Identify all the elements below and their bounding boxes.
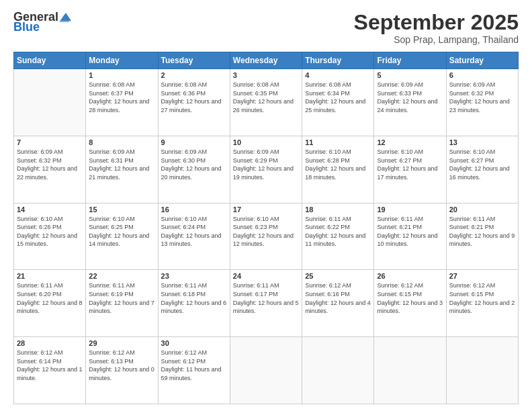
table-row: 23 Sunrise: 6:11 AM Sunset: 6:18 PM Dayl… <box>158 270 230 337</box>
table-row: 2 Sunrise: 6:08 AM Sunset: 6:36 PM Dayli… <box>158 69 230 136</box>
day-number: 8 <box>89 138 154 146</box>
day-info: Sunrise: 6:09 AM Sunset: 6:31 PM Dayligh… <box>89 148 154 181</box>
table-row: 20 Sunrise: 6:11 AM Sunset: 6:21 PM Dayl… <box>446 203 518 270</box>
table-row: 16 Sunrise: 6:10 AM Sunset: 6:24 PM Dayl… <box>158 203 230 270</box>
table-row: 12 Sunrise: 6:10 AM Sunset: 6:27 PM Dayl… <box>374 136 446 203</box>
day-number: 10 <box>233 138 299 146</box>
table-row: 15 Sunrise: 6:10 AM Sunset: 6:25 PM Dayl… <box>86 203 158 270</box>
day-info: Sunrise: 6:10 AM Sunset: 6:28 PM Dayligh… <box>305 148 371 181</box>
table-row: 5 Sunrise: 6:09 AM Sunset: 6:33 PM Dayli… <box>374 69 446 136</box>
month-title: September 2025 <box>354 11 519 34</box>
day-info: Sunrise: 6:12 AM Sunset: 6:15 PM Dayligh… <box>377 281 443 315</box>
logo-icon <box>59 11 71 22</box>
day-info: Sunrise: 6:12 AM Sunset: 6:16 PM Dayligh… <box>305 281 371 315</box>
day-number: 9 <box>161 138 227 146</box>
table-row: 24 Sunrise: 6:11 AM Sunset: 6:17 PM Dayl… <box>230 270 302 337</box>
day-number: 19 <box>377 205 443 214</box>
day-number: 25 <box>305 272 371 280</box>
table-row: 14 Sunrise: 6:10 AM Sunset: 6:26 PM Dayl… <box>14 203 86 270</box>
day-info: Sunrise: 6:08 AM Sunset: 6:34 PM Dayligh… <box>305 81 371 114</box>
day-info: Sunrise: 6:10 AM Sunset: 6:23 PM Dayligh… <box>233 215 299 248</box>
day-info: Sunrise: 6:09 AM Sunset: 6:32 PM Dayligh… <box>449 81 515 114</box>
day-number: 1 <box>89 71 154 79</box>
table-row <box>14 69 86 136</box>
header-tuesday: Tuesday <box>158 52 230 69</box>
logo-blue-text: Blue <box>13 20 40 34</box>
day-number: 16 <box>161 205 227 214</box>
day-number: 28 <box>17 339 83 347</box>
calendar: Sunday Monday Tuesday Wednesday Thursday… <box>13 52 519 404</box>
day-info: Sunrise: 6:12 AM Sunset: 6:15 PM Dayligh… <box>449 281 515 315</box>
day-info: Sunrise: 6:08 AM Sunset: 6:35 PM Dayligh… <box>233 81 299 114</box>
day-number: 24 <box>233 272 299 280</box>
day-number: 30 <box>161 339 227 347</box>
table-row: 8 Sunrise: 6:09 AM Sunset: 6:31 PM Dayli… <box>86 136 158 203</box>
day-info: Sunrise: 6:10 AM Sunset: 6:24 PM Dayligh… <box>161 215 227 248</box>
day-info: Sunrise: 6:08 AM Sunset: 6:36 PM Dayligh… <box>161 81 227 114</box>
day-number: 22 <box>89 272 154 280</box>
table-row: 22 Sunrise: 6:11 AM Sunset: 6:19 PM Dayl… <box>86 270 158 337</box>
table-row <box>302 337 374 404</box>
day-info: Sunrise: 6:09 AM Sunset: 6:32 PM Dayligh… <box>17 148 83 181</box>
day-number: 7 <box>17 138 83 146</box>
header-friday: Friday <box>374 52 446 69</box>
calendar-row-1: 1 Sunrise: 6:08 AM Sunset: 6:37 PM Dayli… <box>14 69 519 136</box>
table-row <box>230 337 302 404</box>
table-row: 25 Sunrise: 6:12 AM Sunset: 6:16 PM Dayl… <box>302 270 374 337</box>
day-number: 27 <box>449 272 515 280</box>
header-saturday: Saturday <box>446 52 518 69</box>
day-number: 21 <box>17 272 83 280</box>
header-monday: Monday <box>86 52 158 69</box>
table-row: 19 Sunrise: 6:11 AM Sunset: 6:21 PM Dayl… <box>374 203 446 270</box>
day-info: Sunrise: 6:08 AM Sunset: 6:37 PM Dayligh… <box>89 81 154 114</box>
table-row: 1 Sunrise: 6:08 AM Sunset: 6:37 PM Dayli… <box>86 69 158 136</box>
day-number: 26 <box>377 272 443 280</box>
day-number: 29 <box>89 339 154 347</box>
day-info: Sunrise: 6:12 AM Sunset: 6:13 PM Dayligh… <box>89 349 154 382</box>
day-info: Sunrise: 6:11 AM Sunset: 6:21 PM Dayligh… <box>377 215 443 248</box>
table-row: 18 Sunrise: 6:11 AM Sunset: 6:22 PM Dayl… <box>302 203 374 270</box>
table-row: 11 Sunrise: 6:10 AM Sunset: 6:28 PM Dayl… <box>302 136 374 203</box>
day-number: 4 <box>305 71 371 79</box>
day-info: Sunrise: 6:12 AM Sunset: 6:14 PM Dayligh… <box>17 349 83 382</box>
day-number: 11 <box>305 138 371 146</box>
table-row: 10 Sunrise: 6:09 AM Sunset: 6:29 PM Dayl… <box>230 136 302 203</box>
calendar-row-5: 28 Sunrise: 6:12 AM Sunset: 6:14 PM Dayl… <box>14 337 519 404</box>
table-row: 7 Sunrise: 6:09 AM Sunset: 6:32 PM Dayli… <box>14 136 86 203</box>
calendar-header-row: Sunday Monday Tuesday Wednesday Thursday… <box>14 52 519 69</box>
day-info: Sunrise: 6:11 AM Sunset: 6:17 PM Dayligh… <box>233 281 299 315</box>
table-row: 30 Sunrise: 6:12 AM Sunset: 6:12 PM Dayl… <box>158 337 230 404</box>
table-row: 26 Sunrise: 6:12 AM Sunset: 6:15 PM Dayl… <box>374 270 446 337</box>
logo: General Blue <box>13 11 71 34</box>
day-info: Sunrise: 6:12 AM Sunset: 6:12 PM Dayligh… <box>161 349 227 382</box>
header: General Blue September 2025 Sop Prap, La… <box>13 11 519 45</box>
day-number: 5 <box>377 71 443 79</box>
page: General Blue September 2025 Sop Prap, La… <box>0 0 532 411</box>
table-row: 13 Sunrise: 6:10 AM Sunset: 6:27 PM Dayl… <box>446 136 518 203</box>
day-info: Sunrise: 6:11 AM Sunset: 6:19 PM Dayligh… <box>89 281 154 315</box>
day-info: Sunrise: 6:10 AM Sunset: 6:27 PM Dayligh… <box>377 148 443 181</box>
table-row: 29 Sunrise: 6:12 AM Sunset: 6:13 PM Dayl… <box>86 337 158 404</box>
day-number: 14 <box>17 205 83 214</box>
header-sunday: Sunday <box>14 52 86 69</box>
day-info: Sunrise: 6:11 AM Sunset: 6:20 PM Dayligh… <box>17 281 83 315</box>
day-info: Sunrise: 6:11 AM Sunset: 6:22 PM Dayligh… <box>305 215 371 248</box>
calendar-row-3: 14 Sunrise: 6:10 AM Sunset: 6:26 PM Dayl… <box>14 203 519 270</box>
day-number: 3 <box>233 71 299 79</box>
table-row: 17 Sunrise: 6:10 AM Sunset: 6:23 PM Dayl… <box>230 203 302 270</box>
calendar-row-4: 21 Sunrise: 6:11 AM Sunset: 6:20 PM Dayl… <box>14 270 519 337</box>
day-number: 15 <box>89 205 154 214</box>
table-row: 27 Sunrise: 6:12 AM Sunset: 6:15 PM Dayl… <box>446 270 518 337</box>
table-row <box>446 337 518 404</box>
header-wednesday: Wednesday <box>230 52 302 69</box>
day-number: 20 <box>449 205 515 214</box>
day-info: Sunrise: 6:11 AM Sunset: 6:18 PM Dayligh… <box>161 281 227 315</box>
day-info: Sunrise: 6:09 AM Sunset: 6:33 PM Dayligh… <box>377 81 443 114</box>
day-info: Sunrise: 6:10 AM Sunset: 6:25 PM Dayligh… <box>89 215 154 248</box>
header-thursday: Thursday <box>302 52 374 69</box>
day-info: Sunrise: 6:09 AM Sunset: 6:30 PM Dayligh… <box>161 148 227 181</box>
day-info: Sunrise: 6:10 AM Sunset: 6:26 PM Dayligh… <box>17 215 83 248</box>
day-number: 12 <box>377 138 443 146</box>
day-number: 2 <box>161 71 227 79</box>
day-info: Sunrise: 6:10 AM Sunset: 6:27 PM Dayligh… <box>449 148 515 181</box>
